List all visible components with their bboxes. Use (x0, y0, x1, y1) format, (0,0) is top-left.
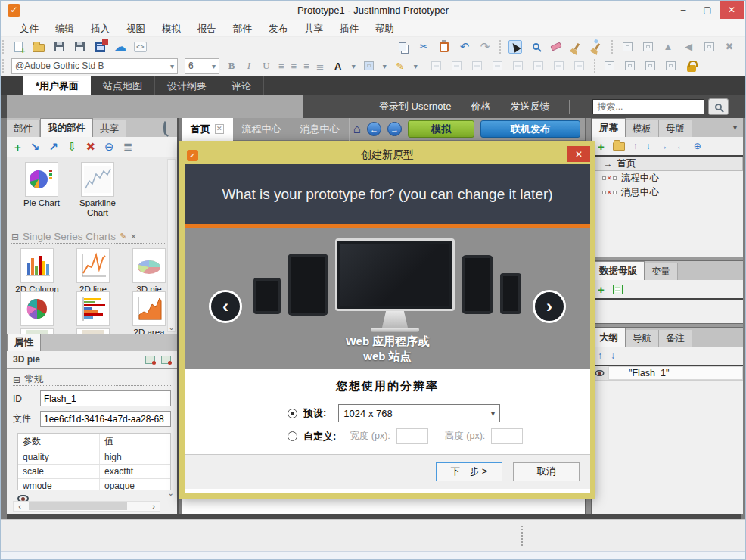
forward-button[interactable]: → (387, 122, 402, 136)
table-row[interactable]: wmode opaque (18, 479, 170, 490)
add-folder-icon[interactable] (613, 142, 625, 151)
tab-outline[interactable]: 大纲 (592, 328, 626, 347)
minimize-button[interactable]: – (671, 1, 695, 19)
indent-icon[interactable]: → (659, 141, 668, 151)
list-view-icon[interactable]: ≣ (123, 140, 133, 154)
tab-templates[interactable]: 模板 (626, 120, 659, 137)
export-word-icon[interactable] (93, 40, 107, 54)
import-library-icon[interactable]: ↘ (30, 140, 40, 154)
tab-user-interface[interactable]: *用户界面 (23, 76, 91, 95)
tab-masters[interactable]: 母版 (659, 120, 692, 137)
dialog-title-bar[interactable]: ✓ 创建新原型 ✕ (185, 146, 590, 164)
scroll-right-icon[interactable]: › (148, 502, 160, 511)
flip-horizontal-icon[interactable]: ◀ (682, 40, 695, 54)
login-link[interactable]: 登录到 Usernote (379, 100, 451, 114)
width-input[interactable] (396, 428, 428, 444)
same-width-icon[interactable] (552, 59, 566, 73)
same-height-icon[interactable] (573, 59, 586, 73)
selection-tool-icon[interactable] (508, 40, 522, 54)
dialog-close-button[interactable]: ✕ (567, 146, 590, 162)
widget-3d-pie[interactable]: 3D pie (126, 248, 172, 294)
menu-simulate[interactable]: 模拟 (154, 20, 189, 37)
tab-my-widgets[interactable]: 我的部件 (40, 118, 93, 137)
menu-help[interactable]: 帮助 (367, 20, 403, 37)
close-button[interactable]: ✕ (720, 1, 744, 19)
flip-vertical-icon[interactable]: ▲ (661, 40, 675, 54)
new-file-icon[interactable]: + (11, 40, 25, 54)
menu-widgets[interactable]: 部件 (225, 20, 260, 37)
crop-icon[interactable] (641, 40, 654, 54)
tab-navigation[interactable]: 导航 (626, 330, 659, 347)
collapse-section-icon[interactable]: ⊟ (13, 374, 20, 385)
home-icon[interactable]: ⌂ (353, 122, 361, 137)
scrollbar-thumb[interactable] (29, 502, 127, 510)
ungroup-icon[interactable] (664, 59, 678, 73)
collapse-all-icon[interactable]: ⊖ (104, 140, 114, 154)
widget-2d-column[interactable]: 2D Column (14, 248, 60, 294)
resize-grip[interactable] (521, 526, 523, 546)
tab-comments[interactable]: 评论 (219, 76, 264, 95)
italic-button[interactable]: I (244, 60, 254, 72)
align-top-icon[interactable] (491, 59, 505, 73)
tab-widgets[interactable]: 部件 (7, 120, 40, 137)
align-right-edges-icon[interactable] (471, 59, 484, 73)
page-tab-message-center[interactable]: 消息中心 (291, 118, 350, 141)
align-right-button[interactable]: ≡ (303, 61, 309, 72)
widget-2d-area[interactable]: 2D area (126, 291, 172, 334)
widget-2d-line[interactable]: 2D line (70, 248, 116, 294)
align-center-h-icon[interactable] (450, 59, 464, 73)
resolution-select[interactable]: 1024 x 768 ▾ (338, 404, 500, 422)
border-color-button[interactable]: ✎ (393, 59, 407, 73)
save-icon[interactable] (52, 40, 66, 54)
menu-report[interactable]: 报告 (189, 20, 225, 37)
export-image-icon[interactable] (145, 356, 155, 364)
menu-publish[interactable]: 发布 (260, 20, 296, 37)
save-all-icon[interactable] (73, 40, 86, 54)
menu-insert[interactable]: 插入 (82, 20, 118, 37)
screen-item-process-center[interactable]: ✕ 流程中心 (592, 171, 743, 185)
tab-data-masters[interactable]: 数据母版 (592, 261, 645, 280)
expand-all-icon[interactable]: ⊕ (694, 141, 701, 151)
open-folder-icon[interactable] (32, 40, 45, 54)
next-button[interactable]: 下一步 > (436, 462, 502, 481)
widget-2d-bar[interactable]: 2D bar (70, 291, 116, 334)
lock-icon[interactable] (685, 59, 698, 73)
widget-sparkline-chart[interactable]: Sparkline Chart (75, 162, 120, 218)
close-tab-icon[interactable]: ✕ (215, 124, 224, 134)
outline-item-flash1[interactable]: "Flash_1" (592, 366, 743, 381)
cloud-icon[interactable]: ☁ (113, 40, 127, 54)
remove-section-icon[interactable]: ✕ (130, 232, 136, 241)
fill-color-button[interactable] (362, 59, 376, 73)
tab-notes[interactable]: 备注 (659, 330, 692, 347)
widget-partial[interactable] (70, 328, 116, 334)
table-row[interactable]: quality high (18, 450, 170, 465)
custom-radio[interactable] (288, 431, 297, 441)
brush-icon[interactable] (570, 40, 583, 54)
id-field[interactable] (40, 390, 171, 406)
move-down-icon[interactable]: ↓ (646, 141, 651, 151)
tab-screens[interactable]: 屏幕 (592, 118, 626, 137)
height-input[interactable] (491, 428, 523, 444)
publish-online-button[interactable]: 联机发布 (480, 120, 580, 138)
font-size-select[interactable]: 6▾ (185, 58, 219, 74)
search-widgets-icon[interactable] (163, 121, 166, 135)
font-color-button[interactable]: A (331, 59, 345, 73)
pricing-link[interactable]: 价格 (471, 100, 490, 114)
section-single-series-charts[interactable]: ⊟ Single Series Charts ✎ ✕ (11, 230, 165, 244)
delete-icon[interactable]: ✖ (723, 40, 736, 54)
tab-properties[interactable]: 属性 (7, 332, 41, 351)
file-field[interactable] (40, 411, 171, 427)
underline-button[interactable]: U (261, 60, 272, 72)
maximize-button[interactable]: ▢ (695, 1, 720, 19)
table-row[interactable]: scale exactfit (18, 465, 170, 479)
menu-plugins[interactable]: 插件 (331, 20, 367, 37)
carousel-next-button[interactable]: › (533, 290, 566, 323)
screen-item-home[interactable]: → 首页 (592, 157, 743, 171)
align-center-button[interactable]: ≡ (291, 61, 297, 72)
cancel-button[interactable]: 取消 (513, 462, 580, 481)
menu-share[interactable]: 共享 (296, 20, 331, 37)
align-middle-icon[interactable] (511, 59, 525, 73)
zoom-tool-icon[interactable] (529, 40, 542, 54)
export-widget-icon[interactable] (161, 356, 171, 364)
scale-icon[interactable] (620, 40, 634, 54)
